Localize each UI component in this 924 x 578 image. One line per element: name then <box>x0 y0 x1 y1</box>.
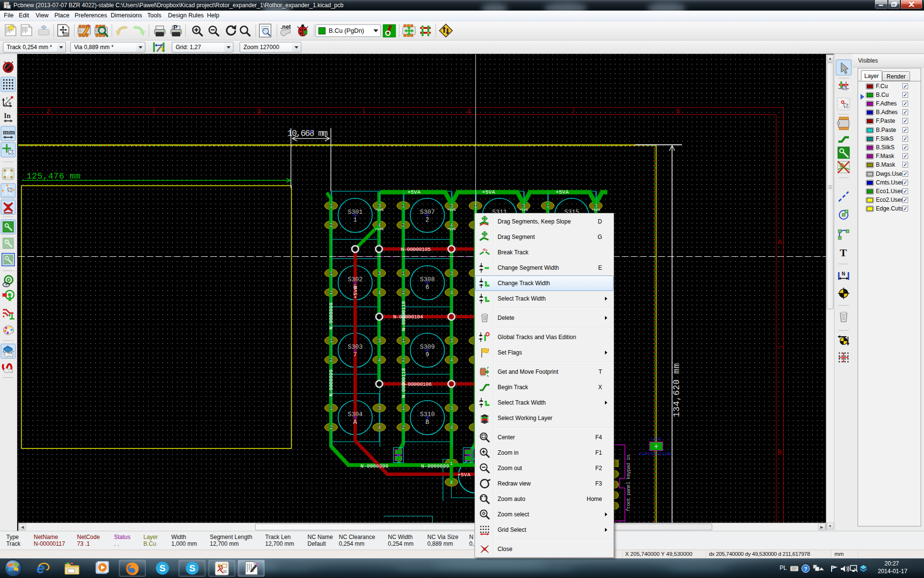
svg-text:+5VA: +5VA <box>375 208 384 212</box>
svg-text:2: 2 <box>330 290 332 295</box>
svg-text:3: 3 <box>378 406 380 411</box>
svg-text:N-0000099: N-0000099 <box>421 463 449 469</box>
svg-text:1: 1 <box>402 406 404 411</box>
svg-text:P: P <box>173 24 178 31</box>
svg-text:mm: mm <box>3 128 15 136</box>
svg-text:+5VA: +5VA <box>408 189 421 195</box>
svg-text:S: S <box>189 563 195 573</box>
svg-text:B.Cu (PgDn): B.Cu (PgDn) <box>329 27 364 34</box>
svg-text:6: 6 <box>425 284 429 291</box>
svg-text:r: r <box>6 96 8 101</box>
svg-text:4: 4 <box>467 108 471 116</box>
svg-text:3: 3 <box>378 339 380 343</box>
svg-text:+5VA: +5VA <box>353 286 359 299</box>
svg-text:B: B <box>778 449 782 457</box>
svg-text:3: 3 <box>450 271 452 276</box>
svg-text:4: 4 <box>450 290 452 295</box>
svg-text:3: 3 <box>450 339 452 343</box>
svg-text:+5VA: +5VA <box>375 227 384 231</box>
svg-text:e: e <box>37 560 45 576</box>
svg-text:In: In <box>4 112 11 119</box>
svg-text:+5VA: +5VA <box>556 189 569 195</box>
svg-text:T: T <box>840 247 847 259</box>
svg-text:4: 4 <box>378 290 380 295</box>
svg-text:4: 4 <box>378 358 380 363</box>
svg-text:N-0000099: N-0000099 <box>360 463 388 469</box>
svg-text:+5VA: +5VA <box>519 208 528 212</box>
svg-text:1: 1 <box>330 204 332 209</box>
svg-text:+5VA: +5VA <box>482 189 495 195</box>
svg-text:A: A <box>778 238 782 246</box>
svg-text:10,668 mm: 10,668 mm <box>287 129 328 138</box>
svg-text:5: 5 <box>676 108 680 116</box>
svg-text:4: 4 <box>450 425 452 430</box>
svg-text:1: 1 <box>546 204 549 209</box>
svg-text:125,476 mm: 125,476 mm <box>26 171 80 181</box>
svg-text:2: 2 <box>330 223 332 228</box>
svg-text:N-0000099: N-0000099 <box>328 302 334 329</box>
svg-text:7: 7 <box>353 351 357 358</box>
svg-text:1: 1 <box>330 339 332 343</box>
svg-text:3: 3 <box>378 271 380 276</box>
svg-text:1: 1 <box>330 271 332 276</box>
svg-text:N-0000099: N-0000099 <box>328 369 334 396</box>
svg-text:4: 4 <box>378 425 380 430</box>
svg-text:134,620 mm: 134,620 mm <box>672 363 681 417</box>
svg-text:2: 2 <box>402 425 404 430</box>
svg-text:N-00000105: N-00000105 <box>401 247 431 252</box>
svg-text:+5VA: +5VA <box>447 208 456 212</box>
svg-text:A: A <box>353 419 357 426</box>
svg-text:2: 2 <box>402 358 404 363</box>
svg-text:+5VA: +5VA <box>591 208 601 212</box>
svg-text:N-00000104: N-00000104 <box>393 314 423 320</box>
svg-text:2: 2 <box>402 223 404 228</box>
svg-text:2: 2 <box>47 108 51 116</box>
svg-text:φ: φ <box>9 101 11 105</box>
svg-text:3: 3 <box>450 406 452 411</box>
svg-text:+5VA: +5VA <box>447 227 456 231</box>
svg-text:2: 2 <box>402 290 404 295</box>
svg-text:1: 1 <box>402 339 404 343</box>
svg-text:front panel keypad in: front panel keypad in <box>626 455 631 512</box>
svg-text:ELM15H1212NL: ELM15H1212NL <box>639 452 673 457</box>
svg-text:N-00000118: N-00000118 <box>401 301 407 331</box>
svg-text:4: 4 <box>450 358 452 363</box>
svg-text:2: 2 <box>330 425 332 430</box>
svg-text:+5VA: +5VA <box>458 472 471 478</box>
svg-text:3: 3 <box>257 108 261 116</box>
svg-text:1: 1 <box>353 216 357 223</box>
svg-text:S: S <box>159 563 166 573</box>
svg-text:N-00000118: N-00000118 <box>401 368 407 398</box>
svg-text:B: B <box>425 419 429 426</box>
svg-text:L302: L302 <box>651 437 661 442</box>
svg-text:2: 2 <box>425 216 429 223</box>
svg-text:2: 2 <box>330 358 332 363</box>
svg-text:1: 1 <box>402 204 404 209</box>
svg-text:2: 2 <box>450 480 452 485</box>
svg-text:1: 1 <box>402 271 404 276</box>
svg-text:N: N <box>842 271 845 276</box>
svg-text:9: 9 <box>425 351 429 358</box>
svg-text:1: 1 <box>330 406 332 411</box>
svg-text:1: 1 <box>450 461 452 466</box>
svg-text:?: ? <box>804 566 808 572</box>
